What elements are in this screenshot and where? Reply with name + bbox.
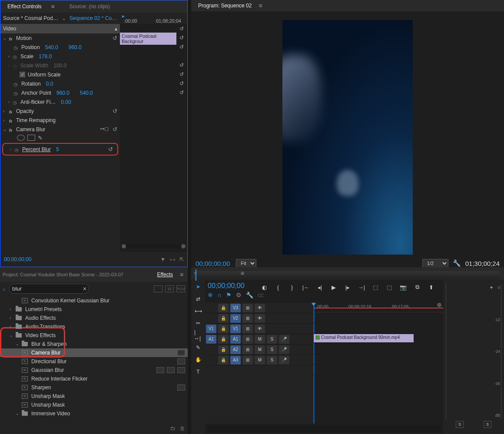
video-lane[interactable]: [314, 323, 443, 333]
reset-icon[interactable]: [113, 35, 117, 41]
pin-icon[interactable]: ⇱: [179, 256, 184, 262]
effects-folder[interactable]: ›Audio Effects: [0, 314, 188, 322]
toggle-output-icon[interactable]: 👁: [255, 314, 265, 323]
sync-lock-icon[interactable]: ⊞: [242, 345, 253, 354]
sync-lock-icon[interactable]: ⊞: [242, 304, 253, 312]
effects-folder[interactable]: ›Audio Transitions: [0, 322, 188, 331]
panel-menu-icon[interactable]: [259, 2, 264, 9]
ripple-edit-tool-icon[interactable]: ⟷: [194, 307, 202, 315]
delete-icon[interactable]: 🗑: [180, 425, 185, 431]
solo-button[interactable]: S: [267, 335, 277, 344]
stopwatch-icon[interactable]: [13, 54, 18, 59]
sync-lock-icon[interactable]: ⊞: [242, 314, 253, 323]
track-target[interactable]: A3: [230, 356, 241, 364]
mute-button[interactable]: M: [255, 345, 265, 354]
effects-folder[interactable]: ›Lumetri Presets: [0, 305, 188, 314]
linked-selection-icon[interactable]: ∩: [217, 292, 222, 298]
reset-icon[interactable]: ↺: [179, 80, 184, 86]
program-timecode[interactable]: 00;00;00;00: [196, 260, 230, 267]
antiflicker-property[interactable]: › Anti-flicker Fi… 0.00: [0, 97, 120, 106]
wrench-icon[interactable]: 🔧: [246, 292, 253, 298]
current-time[interactable]: 00;00;00;00: [4, 256, 31, 262]
timeline-clip[interactable]: Cosmal Podcast Backgrour: [120, 33, 176, 45]
source-patch[interactable]: V1: [206, 325, 216, 333]
voiceover-icon[interactable]: 🎤: [279, 345, 289, 354]
rotation-property[interactable]: Rotation 0.0: [0, 79, 120, 88]
rect-mask-button[interactable]: [27, 135, 35, 141]
type-tool-icon[interactable]: T: [194, 368, 202, 376]
clear-search-icon[interactable]: ✕: [83, 286, 87, 292]
fx-icon[interactable]: [9, 109, 14, 114]
audio-lane[interactable]: [314, 364, 443, 375]
video-lane[interactable]: Cosmal Podcast Background 90min.mp4: [314, 333, 443, 344]
opacity-effect[interactable]: › Opacity: [0, 106, 120, 116]
fx-icon[interactable]: [9, 127, 14, 132]
reset-icon[interactable]: ↺: [179, 26, 184, 32]
sync-lock-icon[interactable]: ⊞: [242, 356, 253, 364]
timeline-ruler[interactable]: ;00;00 00;08;32;16 00;17;05;: [314, 303, 443, 312]
solo-button[interactable]: S: [267, 345, 277, 354]
reset-icon[interactable]: ↺: [179, 44, 184, 50]
track-header[interactable]: 🔒V3⊞👁: [205, 303, 314, 313]
hand-tool-icon[interactable]: ✋: [194, 356, 202, 364]
effect-controls-tab[interactable]: Effect Controls: [3, 1, 46, 12]
track-header[interactable]: 🔒V2⊞👁: [205, 313, 314, 324]
program-monitor-tab[interactable]: Program: Sequence 02: [194, 0, 256, 11]
track-target[interactable]: V3: [230, 304, 241, 312]
fx-icon[interactable]: [9, 36, 14, 41]
mute-button[interactable]: M: [255, 335, 265, 344]
track-target[interactable]: V2: [230, 314, 241, 323]
uniform-scale-checkbox[interactable]: ✓: [20, 72, 25, 77]
effects-folder[interactable]: ⌄Blur & Sharpen: [0, 340, 188, 348]
camera-blur-effect[interactable]: ⌄ Camera Blur ↦▢: [0, 125, 120, 134]
track-header[interactable]: V1🔒V1⊞👁: [205, 324, 314, 334]
effect-item[interactable]: Gaussian Blur: [0, 366, 188, 374]
slip-tool-icon[interactable]: |↔|: [194, 331, 202, 339]
audio-lane[interactable]: [314, 354, 443, 364]
sync-lock-icon[interactable]: ⊞: [242, 325, 253, 333]
lock-icon[interactable]: 🔒: [218, 356, 229, 364]
track-select-tool-icon[interactable]: ⇄: [194, 295, 202, 303]
sequence-link[interactable]: Sequence 02 * Co…: [70, 15, 117, 21]
reset-icon[interactable]: ↺: [179, 35, 184, 41]
track-header[interactable]: 🔒A3⊞MS🎤: [205, 355, 314, 365]
timeline-clip[interactable]: Cosmal Podcast Background 90min.mp4: [314, 334, 414, 342]
stopwatch-icon[interactable]: [13, 90, 19, 96]
track-target[interactable]: A1: [230, 335, 241, 344]
anchor-point-property[interactable]: Anchor Point 960.0 540.0: [0, 88, 120, 97]
toggle-output-icon[interactable]: 👁: [255, 304, 265, 312]
keyframe-nav-icon[interactable]: ▸◂: [170, 256, 175, 262]
scale-property[interactable]: › Scale 178.0: [0, 52, 120, 61]
yuv-effects-icon[interactable]: YUV: [176, 285, 185, 292]
ellipse-mask-button[interactable]: [17, 135, 25, 141]
lock-icon[interactable]: 🔒: [218, 345, 229, 354]
effect-item[interactable]: Unsharp Mask: [0, 392, 188, 401]
track-target[interactable]: V1: [230, 325, 241, 333]
lock-icon[interactable]: 🔒: [218, 325, 229, 333]
snap-icon[interactable]: ※: [208, 292, 213, 298]
position-property[interactable]: Position 540.0 960.0: [0, 43, 120, 52]
effect-item[interactable]: Sharpen: [0, 383, 188, 392]
effects-search-input[interactable]: [9, 284, 89, 294]
toggle-output-icon[interactable]: 👁: [255, 325, 265, 333]
pen-tool-icon[interactable]: ✎: [194, 344, 202, 351]
accelerated-effects-icon[interactable]: [154, 285, 162, 292]
reset-icon[interactable]: ↺: [179, 89, 184, 96]
source-patch[interactable]: A1: [206, 335, 216, 344]
reset-icon[interactable]: [113, 126, 117, 133]
resolution-select[interactable]: 1/2: [422, 259, 448, 268]
reset-icon[interactable]: [113, 108, 117, 114]
solo-right-button[interactable]: S: [484, 421, 491, 428]
effect-item[interactable]: Directional Blur: [0, 357, 188, 366]
video-lane[interactable]: [314, 312, 443, 323]
stopwatch-icon[interactable]: [13, 99, 18, 105]
voiceover-icon[interactable]: 🎤: [279, 356, 289, 364]
effects-tab[interactable]: Effects: [153, 269, 177, 280]
percent-blur-property[interactable]: › Percent Blur 5: [5, 145, 116, 154]
source-path[interactable]: Source * Cosmal Pod…: [3, 15, 58, 21]
motion-effect[interactable]: ⌄ Motion: [0, 33, 120, 43]
voiceover-icon[interactable]: 🎤: [279, 335, 289, 344]
lock-icon[interactable]: 🔒: [218, 314, 229, 323]
track-header[interactable]: 🔒A2⊞MS🎤: [205, 345, 314, 355]
reset-icon[interactable]: ↺: [179, 71, 184, 77]
